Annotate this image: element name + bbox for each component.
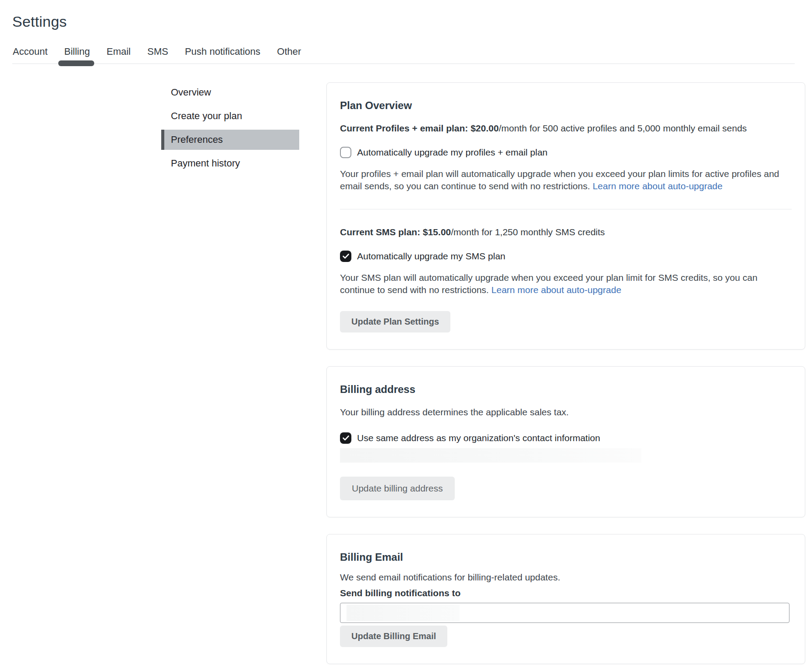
settings-tab-bar: Account Billing Email SMS Push notificat… bbox=[12, 46, 795, 64]
billing-email-card: Billing Email We send email notification… bbox=[326, 534, 805, 664]
tab-email[interactable]: Email bbox=[106, 46, 131, 57]
sidebar-item-create-your-plan[interactable]: Create your plan bbox=[161, 106, 299, 126]
update-billing-email-button[interactable]: Update Billing Email bbox=[340, 626, 447, 647]
checkmark-icon bbox=[343, 435, 349, 441]
current-email-plan-label: Current Profiles + email plan: $20.00 bbox=[340, 123, 499, 133]
preferences-panel: Plan Overview Current Profiles + email p… bbox=[326, 82, 805, 672]
plan-divider bbox=[340, 209, 792, 209]
tab-billing[interactable]: Billing bbox=[64, 46, 90, 57]
billing-email-input[interactable] bbox=[340, 603, 789, 623]
auto-upgrade-email-row: Automatically upgrade my profiles + emai… bbox=[340, 147, 792, 158]
settings-header: Settings Account Billing Email SMS Push … bbox=[0, 0, 807, 64]
same-address-row: Use same address as my organization's co… bbox=[340, 432, 792, 444]
auto-upgrade-email-checkbox[interactable] bbox=[340, 147, 351, 158]
page-title: Settings bbox=[12, 13, 795, 30]
billing-address-description: Your billing address determines the appl… bbox=[340, 407, 792, 417]
sidebar-item-payment-history[interactable]: Payment history bbox=[161, 153, 299, 173]
learn-more-auto-upgrade-sms-link[interactable]: Learn more about auto-upgrade bbox=[492, 285, 622, 295]
billing-email-description: We send email notifications for billing-… bbox=[340, 572, 792, 583]
billing-address-card: Billing address Your billing address det… bbox=[326, 366, 805, 517]
checkmark-icon bbox=[343, 254, 349, 259]
billing-address-title: Billing address bbox=[340, 383, 792, 396]
billing-email-redacted-value bbox=[347, 605, 460, 621]
billing-sidebar: Overview Create your plan Preferences Pa… bbox=[161, 82, 299, 177]
same-address-checkbox[interactable] bbox=[340, 432, 351, 444]
sidebar-item-overview[interactable]: Overview bbox=[161, 82, 299, 103]
auto-upgrade-email-description: Your profiles + email plan will automati… bbox=[340, 168, 782, 192]
auto-upgrade-sms-label: Automatically upgrade my SMS plan bbox=[357, 251, 506, 262]
auto-upgrade-sms-row: Automatically upgrade my SMS plan bbox=[340, 251, 792, 262]
sidebar-item-preferences[interactable]: Preferences bbox=[161, 130, 299, 150]
tab-sms[interactable]: SMS bbox=[147, 46, 168, 57]
auto-upgrade-email-label: Automatically upgrade my profiles + emai… bbox=[357, 147, 548, 158]
current-sms-plan-label: Current SMS plan: $15.00 bbox=[340, 227, 451, 237]
tab-other[interactable]: Other bbox=[277, 46, 301, 57]
update-plan-settings-button[interactable]: Update Plan Settings bbox=[340, 311, 450, 332]
plan-overview-title: Plan Overview bbox=[340, 99, 792, 112]
current-email-plan-detail: /month for 500 active profiles and 5,000… bbox=[499, 123, 747, 133]
billing-address-redacted-text bbox=[340, 448, 641, 463]
tab-push-notifications[interactable]: Push notifications bbox=[185, 46, 260, 57]
tab-account[interactable]: Account bbox=[13, 46, 48, 57]
auto-upgrade-sms-description: Your SMS plan will automatically upgrade… bbox=[340, 272, 782, 296]
current-sms-plan-line: Current SMS plan: $15.00/month for 1,250… bbox=[340, 227, 792, 237]
auto-upgrade-sms-checkbox[interactable] bbox=[340, 251, 351, 262]
billing-content: Overview Create your plan Preferences Pa… bbox=[0, 64, 807, 672]
current-sms-plan-detail: /month for 1,250 monthly SMS credits bbox=[451, 227, 605, 237]
billing-notifications-label: Send billing notifications to bbox=[340, 588, 792, 598]
current-email-plan-line: Current Profiles + email plan: $20.00/mo… bbox=[340, 123, 792, 134]
plan-overview-card: Plan Overview Current Profiles + email p… bbox=[326, 82, 805, 350]
billing-email-title: Billing Email bbox=[340, 551, 792, 563]
update-billing-address-button[interactable]: Update billing address bbox=[340, 477, 455, 500]
plan-button-row: Update Plan Settings bbox=[340, 311, 792, 332]
same-address-label: Use same address as my organization's co… bbox=[357, 433, 600, 443]
learn-more-auto-upgrade-email-link[interactable]: Learn more about auto-upgrade bbox=[593, 181, 723, 191]
